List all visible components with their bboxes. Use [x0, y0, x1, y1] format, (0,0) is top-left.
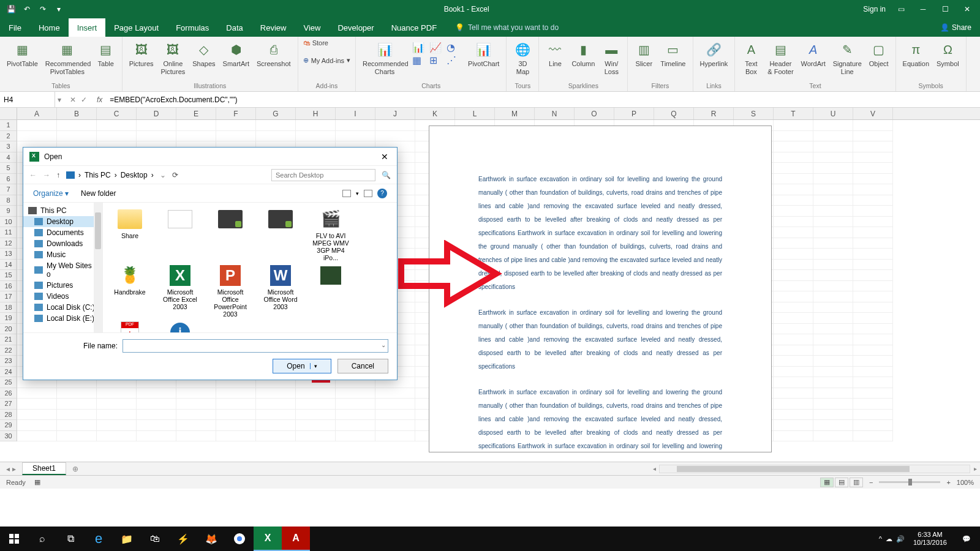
cell[interactable] [216, 388, 256, 399]
cell[interactable] [853, 163, 893, 174]
3dmap-button[interactable]: 🌐3D Map [511, 39, 533, 77]
row-header[interactable]: 24 [0, 367, 17, 378]
cell[interactable] [813, 184, 853, 195]
cell[interactable] [853, 334, 893, 345]
tree-item[interactable]: Local Disk (E:) [23, 313, 102, 324]
sigline-button[interactable]: ✎Signature Line [831, 39, 864, 77]
row-header[interactable]: 18 [0, 302, 17, 313]
row-header[interactable]: 9 [0, 206, 17, 217]
equation-button[interactable]: πEquation [901, 39, 931, 69]
cell[interactable] [256, 131, 296, 142]
formula-input[interactable]: =EMBED("AcroExch.Document.DC","") [106, 96, 980, 104]
cell[interactable] [853, 399, 893, 410]
cell[interactable] [375, 120, 415, 131]
cell[interactable] [216, 420, 256, 431]
cell[interactable] [296, 431, 336, 442]
cell[interactable] [774, 249, 813, 260]
action-center-icon[interactable]: 💬 [956, 535, 978, 543]
cell[interactable] [774, 163, 813, 174]
nav-up-icon[interactable]: ↑ [56, 171, 60, 179]
start-button[interactable] [0, 527, 28, 551]
sheet-nav-prev-icon[interactable]: ◂ [6, 465, 10, 473]
row-header[interactable]: 1 [0, 120, 17, 131]
file-item[interactable]: 🎬FLV to AVI MPEG WMV 3GP MP4 iPo... [311, 208, 350, 261]
file-item[interactable]: WMicrosoft Office Word 2003 [261, 264, 300, 318]
namebox-dropdown-icon[interactable]: ▾ [55, 96, 64, 104]
table-button[interactable]: ▤Table [95, 39, 117, 69]
cell[interactable] [853, 152, 893, 163]
chart-line-icon[interactable]: 📈 [429, 42, 445, 53]
cell[interactable] [375, 388, 415, 399]
cell[interactable] [774, 410, 813, 421]
cell[interactable] [853, 410, 893, 421]
row-header[interactable]: 3 [0, 141, 17, 152]
store-button[interactable]: 🛍Store [303, 39, 328, 47]
cell[interactable] [813, 356, 853, 367]
cell[interactable] [774, 302, 813, 313]
search-input[interactable] [271, 169, 375, 181]
cell[interactable] [375, 431, 415, 442]
cell[interactable] [774, 281, 813, 292]
row-header[interactable]: 26 [0, 388, 17, 399]
firefox-icon[interactable]: 🦊 [197, 527, 225, 551]
dialog-close-icon[interactable]: ✕ [379, 152, 391, 162]
cell[interactable] [256, 410, 296, 421]
column-header[interactable]: R [694, 108, 734, 119]
file-item[interactable]: Share [110, 208, 149, 261]
tree-scrollbar[interactable] [94, 203, 102, 332]
cell[interactable] [853, 367, 893, 378]
cell[interactable] [774, 206, 813, 217]
file-item[interactable] [160, 208, 200, 261]
cell[interactable] [17, 420, 57, 431]
winamp-icon[interactable]: ⚡ [169, 527, 197, 551]
cell[interactable] [853, 260, 893, 271]
sheet-tab-1[interactable]: Sheet1 [22, 462, 66, 475]
row-header[interactable]: 14 [0, 260, 17, 271]
tell-me-search[interactable]: 💡 Tell me what you want to do [445, 18, 932, 37]
row-header[interactable]: 11 [0, 227, 17, 238]
column-header[interactable]: Q [654, 108, 694, 119]
acrobat-taskbar-icon[interactable]: A [282, 527, 310, 551]
cell[interactable] [813, 260, 853, 271]
cell[interactable] [57, 399, 97, 410]
zoom-level[interactable]: 100% [957, 479, 974, 486]
cell[interactable] [216, 120, 256, 131]
cell[interactable] [774, 356, 813, 367]
column-header[interactable]: O [575, 108, 614, 119]
tab-view[interactable]: View [295, 18, 329, 37]
close-icon[interactable]: ✕ [960, 5, 974, 13]
column-header[interactable]: N [535, 108, 575, 119]
row-header[interactable]: 23 [0, 356, 17, 367]
textbox-button[interactable]: AText Box [740, 39, 762, 77]
cell[interactable] [57, 410, 97, 421]
cell[interactable] [137, 131, 176, 142]
cell[interactable] [97, 399, 137, 410]
tab-formulas[interactable]: Formulas [167, 18, 217, 37]
cell[interactable] [853, 238, 893, 249]
file-list[interactable]: Share🎬FLV to AVI MPEG WMV 3GP MP4 iPo...… [103, 203, 397, 332]
row-header[interactable]: 8 [0, 195, 17, 206]
cell[interactable] [853, 431, 893, 442]
row-header[interactable]: 27 [0, 399, 17, 410]
online-pictures-button[interactable]: 🖼Online Pictures [159, 39, 187, 77]
cell[interactable] [774, 334, 813, 345]
cell[interactable] [853, 420, 893, 431]
open-split-dropdown-icon[interactable]: ▾ [310, 363, 317, 369]
cell[interactable] [813, 334, 853, 345]
cell[interactable] [853, 388, 893, 399]
my-addins-button[interactable]: ⊕My Add-ins ▾ [303, 56, 350, 64]
hyperlink-button[interactable]: 🔗Hyperlink [698, 39, 730, 69]
view-pagebreak-icon[interactable]: ▥ [850, 478, 863, 487]
cell[interactable] [17, 399, 57, 410]
chart-pie-icon[interactable]: ◔ [447, 42, 462, 53]
tab-nuancepdf[interactable]: Nuance PDF [383, 18, 445, 37]
cell[interactable] [774, 313, 813, 324]
cell[interactable] [137, 399, 176, 410]
cell[interactable] [17, 410, 57, 421]
ribbon-options-icon[interactable]: ▭ [894, 5, 908, 13]
cell[interactable] [813, 377, 853, 388]
tab-pagelayout[interactable]: Page Layout [105, 18, 167, 37]
tray-chevron-icon[interactable]: ^ [879, 535, 882, 542]
organize-button[interactable]: Organize ▾ [33, 189, 69, 198]
column-header[interactable]: K [415, 108, 455, 119]
